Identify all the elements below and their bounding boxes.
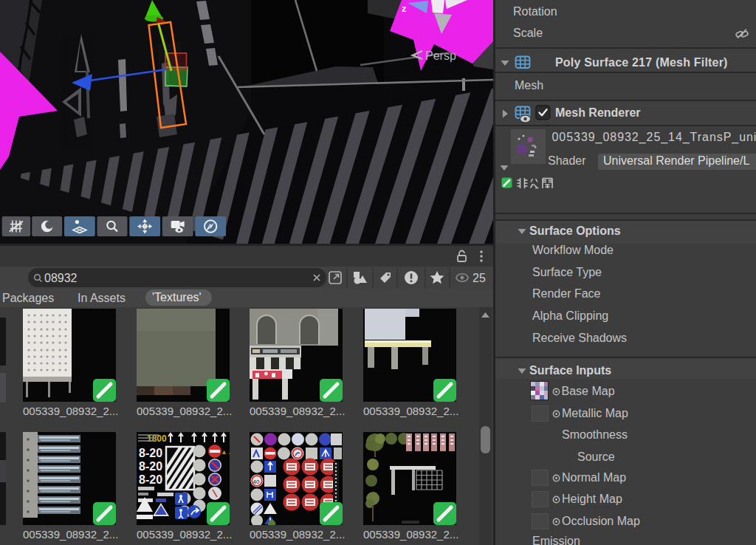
svg-text:▲▲: ▲▲ bbox=[221, 448, 230, 456]
svg-text:8-20: 8-20 bbox=[139, 447, 162, 459]
svg-text:8-20: 8-20 bbox=[139, 460, 162, 473]
svg-text:25: 25 bbox=[472, 272, 486, 284]
svg-text:z: z bbox=[402, 3, 407, 14]
svg-text:Persp: Persp bbox=[425, 49, 456, 62]
svg-text:8-20: 8-20 bbox=[139, 473, 162, 486]
svg-text:40: 40 bbox=[253, 479, 260, 485]
